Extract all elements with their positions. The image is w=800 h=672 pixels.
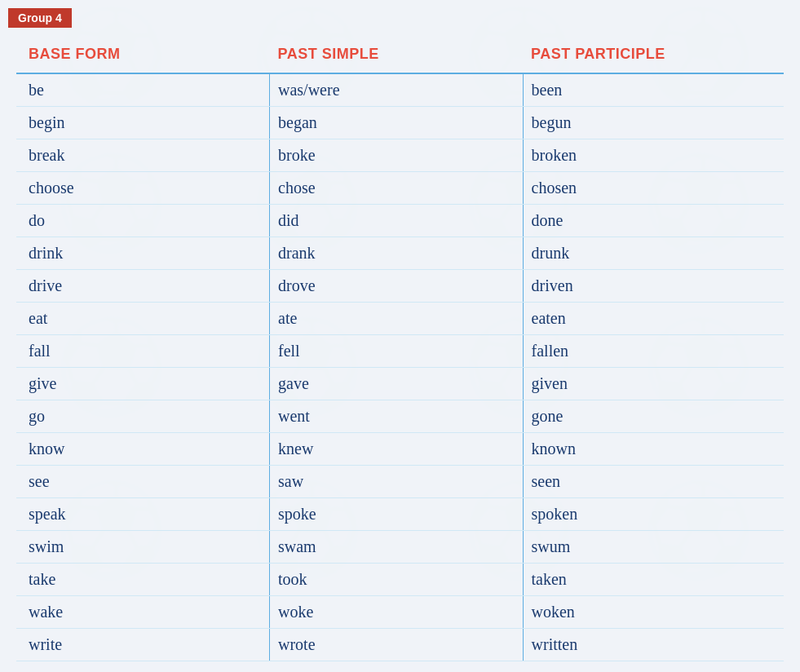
table-row: seesawseen	[16, 466, 784, 498]
past-simple-cell: went	[270, 400, 524, 433]
base-form-cell: wake	[16, 596, 270, 629]
past-participle-cell: been	[523, 73, 784, 107]
past-simple-cell: spoke	[270, 498, 524, 531]
base-form-cell: know	[16, 433, 270, 466]
past-simple-cell: ate	[270, 303, 524, 335]
table-row: gowentgone	[16, 400, 784, 433]
past-simple-cell: knew	[270, 433, 524, 466]
col-header-participle: PAST PARTICIPLE	[523, 36, 784, 73]
base-form-cell: speak	[16, 498, 270, 531]
past-participle-cell: seen	[523, 466, 784, 498]
page-wrapper: Group 4 BASE FORM PAST SIMPLE PAST PARTI…	[0, 0, 800, 672]
base-form-cell: break	[16, 139, 270, 172]
base-form-cell: drive	[16, 270, 270, 303]
past-participle-cell: written	[523, 629, 784, 661]
table-row: drinkdrankdrunk	[16, 237, 784, 270]
past-simple-cell: drank	[270, 237, 524, 270]
past-simple-cell: began	[270, 107, 524, 139]
past-participle-cell: done	[523, 205, 784, 237]
past-participle-cell: taken	[523, 564, 784, 596]
past-participle-cell: given	[523, 368, 784, 400]
past-simple-cell: swam	[270, 531, 524, 564]
base-form-cell: eat	[16, 303, 270, 335]
col-header-base: BASE FORM	[16, 36, 270, 73]
past-participle-cell: broken	[523, 139, 784, 172]
table-container: BASE FORM PAST SIMPLE PAST PARTICIPLE be…	[0, 28, 800, 672]
past-participle-cell: eaten	[523, 303, 784, 335]
past-participle-cell: gone	[523, 400, 784, 433]
table-row: taketooktaken	[16, 564, 784, 596]
past-participle-cell: fallen	[523, 335, 784, 368]
table-row: speakspokespoken	[16, 498, 784, 531]
group-badge: Group 4	[8, 8, 72, 28]
past-simple-cell: chose	[270, 172, 524, 205]
table-row: dodiddone	[16, 205, 784, 237]
past-simple-cell: saw	[270, 466, 524, 498]
past-participle-cell: drunk	[523, 237, 784, 270]
past-simple-cell: was/were	[270, 73, 524, 107]
table-row: beginbeganbegun	[16, 107, 784, 139]
table-row: swimswamswum	[16, 531, 784, 564]
table-row: breakbrokebroken	[16, 139, 784, 172]
base-form-cell: do	[16, 205, 270, 237]
past-simple-cell: gave	[270, 368, 524, 400]
base-form-cell: see	[16, 466, 270, 498]
verb-table: BASE FORM PAST SIMPLE PAST PARTICIPLE be…	[16, 36, 784, 661]
table-row: wakewokewoken	[16, 596, 784, 629]
past-simple-cell: wrote	[270, 629, 524, 661]
table-row: givegavegiven	[16, 368, 784, 400]
table-row: knowknewknown	[16, 433, 784, 466]
table-row: writewrotewritten	[16, 629, 784, 661]
past-simple-cell: woke	[270, 596, 524, 629]
past-participle-cell: spoken	[523, 498, 784, 531]
col-header-past: PAST SIMPLE	[270, 36, 524, 73]
past-participle-cell: known	[523, 433, 784, 466]
past-simple-cell: took	[270, 564, 524, 596]
base-form-cell: choose	[16, 172, 270, 205]
past-participle-cell: begun	[523, 107, 784, 139]
base-form-cell: drink	[16, 237, 270, 270]
base-form-cell: fall	[16, 335, 270, 368]
base-form-cell: go	[16, 400, 270, 433]
past-simple-cell: drove	[270, 270, 524, 303]
table-row: bewas/werebeen	[16, 73, 784, 107]
past-participle-cell: woken	[523, 596, 784, 629]
table-row: drivedrovedriven	[16, 270, 784, 303]
past-participle-cell: swum	[523, 531, 784, 564]
base-form-cell: take	[16, 564, 270, 596]
past-simple-cell: fell	[270, 335, 524, 368]
table-row: eatateeaten	[16, 303, 784, 335]
base-form-cell: give	[16, 368, 270, 400]
past-simple-cell: broke	[270, 139, 524, 172]
past-participle-cell: driven	[523, 270, 784, 303]
base-form-cell: swim	[16, 531, 270, 564]
table-row: choosechosechosen	[16, 172, 784, 205]
base-form-cell: begin	[16, 107, 270, 139]
past-participle-cell: chosen	[523, 172, 784, 205]
base-form-cell: write	[16, 629, 270, 661]
base-form-cell: be	[16, 73, 270, 107]
table-row: fallfellfallen	[16, 335, 784, 368]
past-simple-cell: did	[270, 205, 524, 237]
